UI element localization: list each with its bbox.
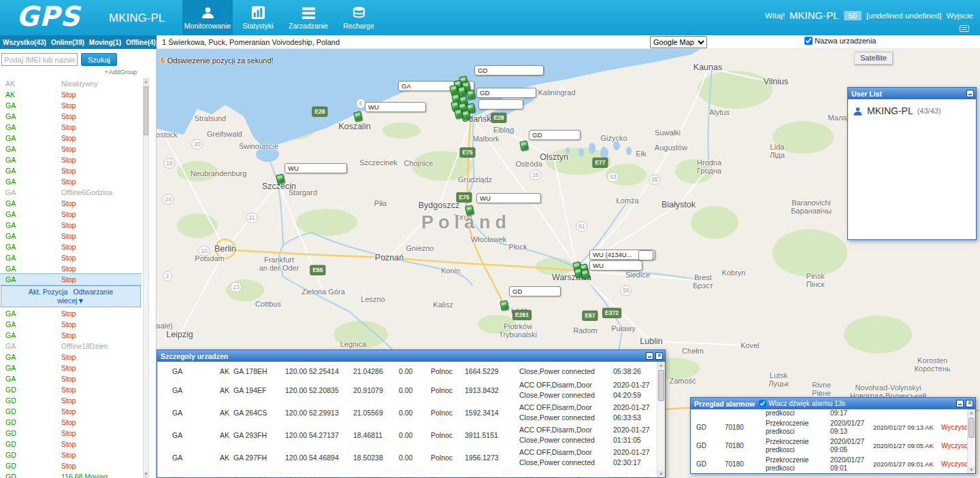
filter-item[interactable]: Moving(1) — [89, 39, 121, 46]
device-marker-label[interactable]: WU — [589, 260, 642, 271]
device-list-item[interactable]: GA Stop — [0, 198, 142, 209]
device-name[interactable]: AK — [0, 80, 61, 88]
device-list-item[interactable]: GA Stop — [0, 231, 142, 241]
tab-management[interactable]: Zarzadzanie — [283, 0, 333, 35]
filter-item[interactable]: Offline(4) — [126, 39, 156, 46]
device-row[interactable]: GA Stop — [0, 241, 142, 252]
device-name[interactable]: GD — [0, 386, 61, 394]
device-list-item[interactable]: GA Stop — [0, 122, 142, 133]
device-row[interactable]: GA Stop — [0, 198, 142, 209]
action-more[interactable]: wiecej▼ — [4, 296, 137, 305]
device-row[interactable]: GD Stop — [0, 395, 142, 406]
device-row[interactable]: GA Stop — [0, 133, 142, 143]
device-row[interactable]: AK Stop — [0, 89, 142, 100]
device-name[interactable]: GA — [0, 177, 61, 186]
device-name[interactable]: GA — [0, 364, 61, 372]
device-marker-label[interactable] — [478, 99, 523, 109]
device-name[interactable]: GA — [0, 156, 61, 164]
add-group-link[interactable]: AddGroup — [105, 69, 137, 75]
device-row[interactable]: GA Stop — [0, 308, 142, 319]
device-name[interactable]: GA — [0, 101, 61, 109]
device-name[interactable]: GD — [0, 407, 61, 415]
device-name[interactable]: GA — [0, 112, 61, 120]
user-list-header[interactable]: User List — [848, 88, 976, 99]
device-row[interactable]: AK Nieaktywny — [0, 78, 142, 89]
device-list-item[interactable]: GA Stop — [0, 133, 142, 143]
action-current-position[interactable]: Akt. Pozycja — [29, 288, 68, 296]
device-list-item[interactable]: GA Stop — [0, 165, 142, 176]
device-row[interactable]: GA Stop — [0, 111, 142, 122]
device-row[interactable]: GA Stop — [0, 209, 142, 220]
search-button[interactable]: Szukaj — [81, 53, 117, 66]
table-row[interactable]: GA AK GA 297FH 120.00 54.46894 18.50238 … — [157, 446, 665, 468]
device-list-item[interactable]: GA Stop — [0, 252, 142, 263]
device-marker-label[interactable]: WU — [284, 163, 347, 173]
scrollbar-thumb[interactable] — [658, 370, 664, 401]
cell-device-name[interactable]: GA 264CS — [233, 409, 267, 417]
device-list-item[interactable]: GA Stop — [0, 241, 142, 252]
device-row[interactable]: GA Stop — [0, 252, 142, 263]
alarm-row[interactable]: GD 70180 Przekroczeniepredkosci 2020/01/… — [691, 437, 975, 456]
user-list-item[interactable]: MKING-PL (43/43) — [853, 105, 971, 116]
device-list-item[interactable]: GD Stop — [0, 439, 142, 449]
device-name[interactable]: GD — [0, 451, 61, 459]
device-row[interactable]: GA Offline18Dzien — [0, 341, 142, 352]
device-name[interactable]: GA — [0, 331, 61, 339]
device-name[interactable]: GD — [0, 473, 61, 478]
table-row[interactable]: GA AK GA 178EH 120.00 52.25414 21.04286 … — [157, 363, 665, 379]
device-list-item[interactable]: GA Stop — [0, 352, 142, 362]
scrollbar-thumb[interactable] — [968, 417, 975, 438]
device-name[interactable]: GA — [0, 232, 61, 240]
device-row[interactable]: GA Stop — [0, 122, 142, 133]
device-row[interactable]: GD Stop — [0, 384, 142, 395]
device-row[interactable]: GD Stop — [0, 460, 142, 471]
device-name[interactable]: GA — [0, 375, 61, 383]
sidebar-scrollbar[interactable] — [143, 78, 149, 478]
table-row[interactable]: GA AK GA 341CS 120.00 51.70201 19.20789 … — [157, 468, 665, 478]
device-name[interactable]: GA — [0, 145, 61, 153]
scroll-up-icon[interactable] — [144, 79, 148, 85]
minimize-icon[interactable] — [956, 400, 964, 407]
device-list-item[interactable]: GA Offline6Godzina — [0, 187, 142, 198]
device-list-item[interactable]: GA Stop — [0, 176, 142, 187]
device-list-item[interactable]: GD 116.68 Moving — [0, 471, 142, 478]
device-name[interactable]: GA — [0, 264, 61, 273]
device-name[interactable]: GA — [0, 275, 61, 284]
device-row[interactable]: GA Stop — [0, 330, 142, 341]
device-list-item[interactable]: AK Stop — [0, 89, 142, 100]
tab-monitoring[interactable]: Monitorowanie — [182, 0, 233, 35]
scrollbar-thumb[interactable] — [144, 86, 148, 135]
alarm-sound-checkbox[interactable] — [759, 400, 766, 407]
cell-device-name[interactable]: GA 178EH — [233, 367, 267, 375]
close-icon[interactable] — [655, 352, 663, 360]
alarm-clear-link[interactable]: Wyczysc — [941, 424, 968, 431]
device-row[interactable]: GD Stop — [0, 439, 142, 449]
details-scrollbar[interactable] — [657, 362, 665, 477]
device-list-item[interactable]: GD Stop — [0, 460, 142, 471]
scroll-down-icon[interactable] — [968, 466, 975, 473]
device-list-item[interactable]: GD Stop — [0, 428, 142, 439]
cell-device-name[interactable]: GA 341CS — [233, 476, 267, 478]
device-row[interactable]: GA Stop — [0, 100, 142, 111]
device-marker-label[interactable]: WU — [365, 102, 426, 112]
device-row[interactable]: GA Stop — [0, 143, 142, 154]
device-row[interactable]: GD 116.68 Moving — [0, 471, 142, 478]
device-row[interactable]: GA Stop — [0, 274, 142, 285]
device-name[interactable]: GA — [0, 134, 61, 142]
device-list-item[interactable]: GA Stop — [0, 154, 142, 165]
search-input[interactable] — [1, 53, 78, 66]
device-name-checkbox[interactable] — [804, 37, 813, 45]
device-row[interactable]: GA Stop — [0, 319, 142, 330]
action-playback[interactable]: Odtwarzanie — [73, 288, 113, 296]
tab-recharge[interactable]: Recharge — [333, 0, 384, 35]
device-name[interactable]: GA — [0, 167, 61, 175]
device-row[interactable]: GA Stop — [0, 362, 142, 373]
device-name[interactable]: GA — [0, 353, 61, 361]
filter-item[interactable]: Online(39) — [51, 39, 84, 46]
device-row[interactable]: GA Stop — [0, 220, 142, 231]
alarm-row[interactable]: GD 70180 Przekroczeniepredkosci 2020/01/… — [691, 456, 975, 473]
scroll-up-icon[interactable] — [657, 362, 665, 369]
device-list-item[interactable]: GA Stop — [0, 319, 142, 330]
device-list-item[interactable]: GA Stop — [0, 362, 142, 373]
device-list-item[interactable]: GA Stop — [0, 308, 142, 319]
